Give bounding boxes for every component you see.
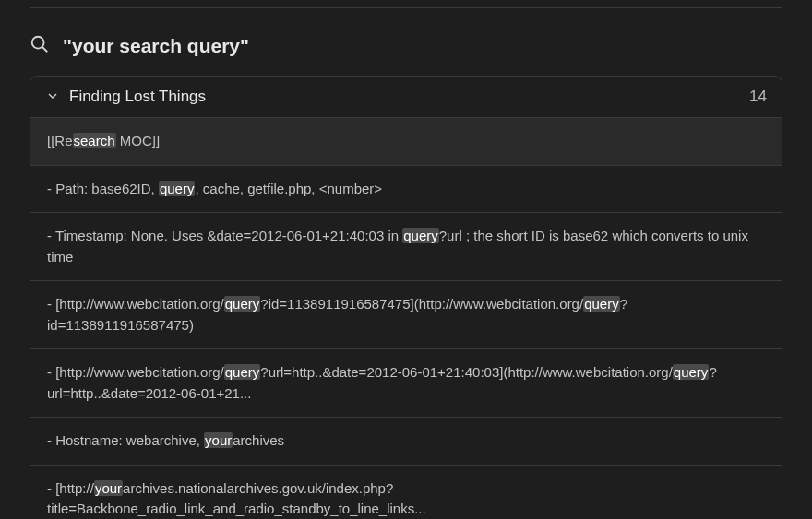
- result-text-fragment: [http://www.webcitation.org/: [55, 364, 224, 380]
- result-item[interactable]: - Path: base62ID, query, cache, getfile.…: [30, 166, 782, 214]
- result-text-fragment: ?id=1138911916587475](http://www.webcita…: [260, 296, 583, 312]
- result-text-fragment: Path: base62ID,: [55, 181, 159, 196]
- search-highlight: query: [402, 228, 439, 243]
- search-highlight: query: [583, 296, 620, 312]
- result-item[interactable]: - Hostname: webarchive, yourarchives: [30, 418, 782, 466]
- result-header[interactable]: Finding Lost Things 14: [30, 77, 782, 117]
- result-text-fragment: Timestamp: None. Uses &date=2012-06-01+2…: [55, 228, 402, 243]
- result-text-fragment: , cache, getfile.php, <number>: [195, 181, 382, 196]
- chevron-down-icon: [45, 88, 60, 106]
- search-highlight: search: [73, 133, 116, 148]
- search-highlight: query: [159, 181, 196, 196]
- result-count: 14: [749, 88, 767, 106]
- result-text-fragment: ?url=http..&date=2012-06-01+21:40:03](ht…: [260, 364, 673, 380]
- bullet-prefix: -: [47, 364, 55, 380]
- search-query-text: "your search query": [63, 35, 249, 57]
- result-text-fragment: [http://www.webcitation.org/: [55, 296, 224, 312]
- bullet-prefix: -: [47, 181, 55, 196]
- result-item[interactable]: [[Research MOC]]: [30, 118, 782, 166]
- bullet-prefix: -: [47, 296, 55, 312]
- search-highlight: query: [673, 364, 710, 380]
- result-text-fragment: MOC]]: [116, 133, 161, 148]
- search-icon: [30, 34, 50, 57]
- svg-line-1: [42, 47, 48, 53]
- result-text-fragment: Hostname: webarchive,: [55, 432, 204, 448]
- result-list: [[Research MOC]]- Path: base62ID, query,…: [30, 117, 782, 519]
- bullet-prefix: -: [47, 480, 55, 496]
- search-highlight: your: [204, 432, 233, 448]
- search-highlight: query: [224, 364, 261, 380]
- result-title: Finding Lost Things: [69, 88, 740, 106]
- result-item[interactable]: - Timestamp: None. Uses &date=2012-06-01…: [30, 213, 782, 281]
- svg-point-0: [32, 37, 44, 49]
- bullet-prefix: -: [47, 432, 55, 448]
- search-highlight: query: [224, 296, 261, 312]
- result-item[interactable]: - [http://www.webcitation.org/query?id=1…: [30, 281, 782, 349]
- bullet-prefix: -: [47, 228, 55, 243]
- search-header: "your search query": [30, 8, 782, 76]
- result-text-fragment: archives: [233, 432, 284, 448]
- result-item[interactable]: - [http://www.webcitation.org/query?url=…: [30, 349, 782, 418]
- result-card: Finding Lost Things 14 [[Research MOC]]-…: [30, 76, 782, 519]
- search-highlight: your: [94, 480, 123, 496]
- result-text-fragment: [[Re: [47, 133, 73, 148]
- result-text-fragment: [http://: [55, 480, 94, 496]
- result-item[interactable]: - [http://yourarchives.nationalarchives.…: [30, 466, 782, 520]
